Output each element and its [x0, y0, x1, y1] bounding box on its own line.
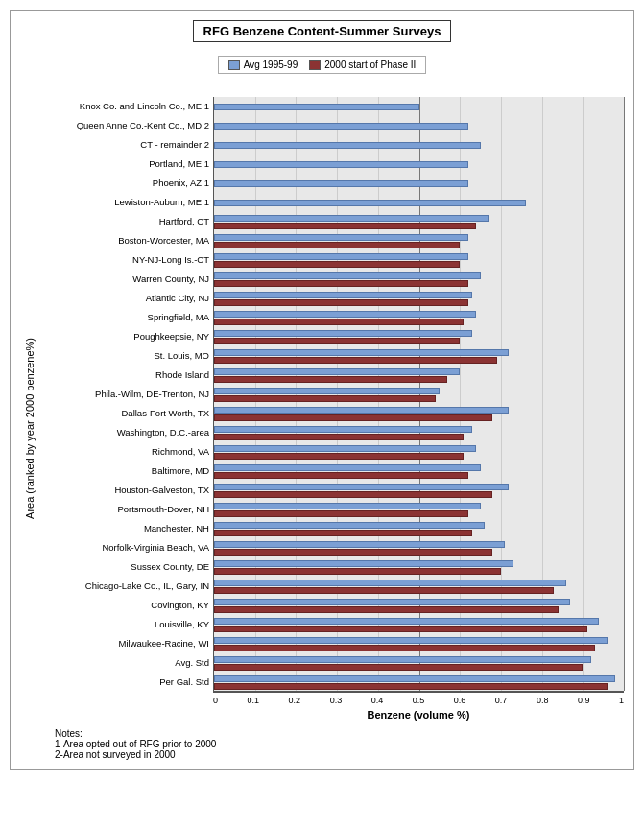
note-line: 1-Area opted out of RFG prior to 2000: [55, 739, 624, 749]
bar-phase2: [214, 395, 436, 402]
bar-pair: [214, 327, 624, 346]
row-label: Louisville, KY: [36, 615, 213, 634]
row-label: CT - remainder 2: [36, 135, 213, 154]
bar-pair: [214, 174, 624, 193]
bar-avg: [214, 161, 468, 168]
bar-pair: [214, 404, 624, 423]
bar-avg: [214, 541, 505, 548]
bar-phase2: [214, 626, 587, 632]
bar-avg: [214, 426, 472, 433]
bar-pair: [214, 538, 624, 557]
x-tick: 0.4: [371, 696, 384, 705]
x-tick: 0.9: [578, 696, 590, 705]
row-label: Boston-Worcester, MA: [36, 231, 213, 250]
chart-title: RFG Benzene Content-Summer Surveys: [193, 20, 452, 42]
bar-pair: [214, 519, 624, 538]
row-label: Atlantic City, NJ: [36, 289, 213, 308]
bar-pair: [214, 212, 624, 231]
row-label: Poughkeepsie, NY: [36, 327, 213, 346]
bar-phase2: [214, 414, 492, 421]
bar-pair: [214, 596, 624, 615]
row-label: Lewiston-Auburn, ME 1: [36, 193, 213, 212]
row-label: Milwaukee-Racine, WI: [36, 634, 213, 653]
bar-phase2: [214, 357, 497, 364]
bar-pair: [214, 346, 624, 366]
bar-pair: [214, 231, 624, 250]
legend-item-1: Avg 1995-99: [228, 59, 298, 70]
row-label: Warren County, NJ: [36, 270, 213, 289]
bar-pair: [214, 270, 624, 289]
notes: Notes:1-Area opted out of RFG prior to 2…: [36, 728, 624, 760]
bar-pair: [214, 577, 624, 596]
row-label: Norfolk-Virginia Beach, VA: [36, 538, 213, 557]
bar-avg: [214, 675, 615, 682]
bar-pair: [214, 385, 624, 404]
bar-pair: [214, 500, 624, 519]
chart-inner: Knox Co. and Lincoln Co., ME 1Queen Anne…: [36, 97, 624, 760]
bar-pair: [214, 481, 624, 500]
bar-phase2: [214, 376, 447, 383]
bar-phase2: [214, 472, 468, 479]
bar-avg: [214, 637, 608, 644]
bar-avg: [214, 522, 485, 529]
bar-phase2: [214, 530, 472, 536]
bar-avg: [214, 618, 599, 625]
row-label: Chicago-Lake Co., IL, Gary, IN: [36, 577, 213, 596]
bar-avg: [214, 330, 472, 337]
bar-avg: [214, 215, 489, 222]
bars-section: Knox Co. and Lincoln Co., ME 1Queen Anne…: [36, 97, 624, 692]
x-tick: 0.8: [537, 696, 549, 705]
x-tick: 0.2: [289, 696, 301, 705]
bar-phase2: [214, 606, 559, 613]
bar-pair: [214, 193, 624, 212]
bar-pair: [214, 308, 624, 327]
bar-phase2: [214, 587, 554, 594]
bar-phase2: [214, 280, 468, 287]
bar-phase2: [214, 683, 608, 690]
bar-phase2: [214, 261, 460, 268]
grid-line: [624, 97, 625, 691]
bar-pair: [214, 97, 624, 116]
bar-avg: [214, 503, 481, 509]
row-label: Covington, KY: [36, 596, 213, 615]
row-label: Hartford, CT: [36, 212, 213, 231]
bar-avg: [214, 368, 460, 375]
bars-area: [213, 97, 624, 692]
bar-pair: [214, 154, 624, 174]
x-axis-label: Benzene (volume %): [213, 709, 624, 721]
bar-avg: [214, 580, 566, 586]
row-label: Portsmouth-Dover, NH: [36, 500, 213, 519]
bar-phase2: [214, 319, 464, 325]
bar-avg: [214, 200, 526, 206]
bar-pair: [214, 461, 624, 481]
bar-avg: [214, 560, 513, 567]
bar-avg: [214, 464, 481, 471]
bar-phase2: [214, 549, 492, 556]
bar-pair: [214, 250, 624, 270]
x-tick: 0.3: [330, 696, 343, 705]
row-label: Manchester, NH: [36, 519, 213, 538]
row-label: NY-NJ-Long Is.-CT: [36, 250, 213, 270]
bar-pair: [214, 289, 624, 308]
row-labels: Knox Co. and Lincoln Co., ME 1Queen Anne…: [36, 97, 213, 692]
bar-pair: [214, 673, 624, 692]
row-label: Knox Co. and Lincoln Co., ME 1: [36, 97, 213, 116]
row-label: Phoenix, AZ 1: [36, 174, 213, 193]
bar-phase2: [214, 338, 460, 344]
row-label: Portland, ME 1: [36, 154, 213, 174]
note-line: Notes:: [55, 728, 624, 739]
y-axis-label: Area (ranked by year 2000 benzene%): [20, 338, 36, 519]
bar-avg: [214, 272, 481, 279]
row-label: Baltimore, MD: [36, 461, 213, 481]
row-label: Washington, D.C.-area: [36, 423, 213, 442]
bar-phase2: [214, 453, 464, 460]
bar-avg: [214, 142, 481, 149]
x-tick: 0.5: [413, 696, 425, 705]
bar-pair: [214, 442, 624, 461]
bar-phase2: [214, 664, 583, 671]
legend-item-2: 2000 start of Phase II: [309, 59, 416, 70]
bar-avg: [214, 388, 440, 394]
legend-box-1: [228, 60, 240, 70]
x-axis-ticks: 00.10.20.30.40.50.60.70.80.91: [213, 692, 624, 705]
bar-avg: [214, 656, 591, 663]
